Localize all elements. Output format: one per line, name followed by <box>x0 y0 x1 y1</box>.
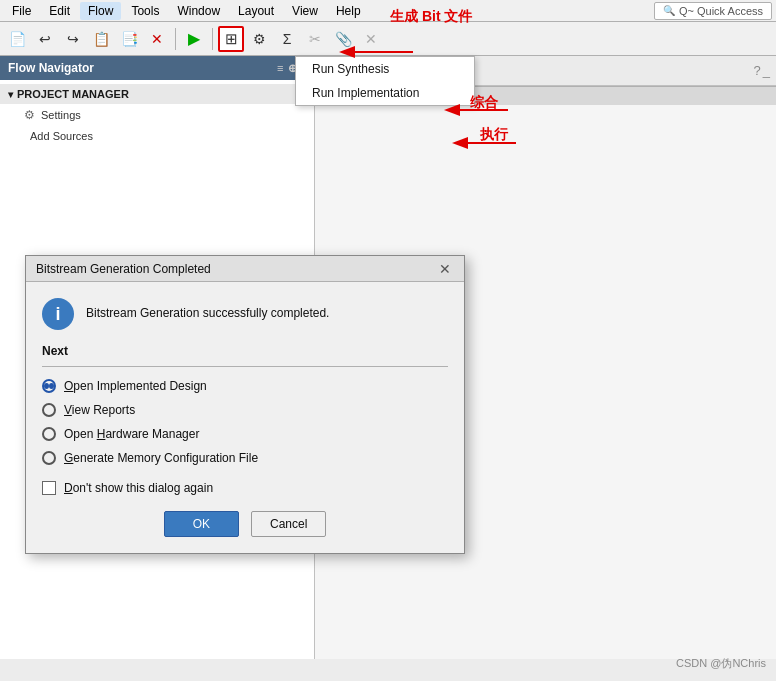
settings-button[interactable]: ⚙ <box>246 26 272 52</box>
radio-circle-2 <box>42 427 56 441</box>
dialog-close-button[interactable]: ✕ <box>436 260 454 278</box>
delete-button[interactable]: ✕ <box>144 26 170 52</box>
new-button[interactable]: 📄 <box>4 26 30 52</box>
dont-show-label: Don't show this dialog again <box>64 481 213 495</box>
quick-access-bar[interactable]: 🔍 Q~ Quick Access <box>654 2 772 20</box>
bitgen-button[interactable]: ⊞ <box>218 26 244 52</box>
paste-button[interactable]: 📑 <box>116 26 142 52</box>
radio-label-0: Open Implemented Design <box>64 379 207 393</box>
nav-control-1[interactable]: ≡ <box>277 62 283 75</box>
flow-dropdown-menu: Run Synthesis Run Implementation <box>295 56 475 106</box>
dont-show-row: Don't show this dialog again <box>42 481 448 495</box>
attach-button[interactable]: 📎 <box>330 26 356 52</box>
toolbar-sep1 <box>175 28 176 50</box>
panel-ctrl-1[interactable]: ? <box>754 63 761 78</box>
cancel-button[interactable]: Cancel <box>251 511 326 537</box>
flow-navigator-header: Flow Navigator ≡ ⊕ ↓ <box>0 56 314 80</box>
toolbar: 📄 ↩ ↪ 📋 📑 ✕ ▶ ⊞ ⚙ Σ ✂ 📎 ✕ <box>0 22 776 56</box>
app-window: File Edit Flow Tools Window Layout View … <box>0 0 776 681</box>
project-manager-section[interactable]: ▾ PROJECT MANAGER <box>0 84 314 104</box>
dialog-message: Bitstream Generation successfully comple… <box>86 298 329 322</box>
dialog-buttons: OK Cancel <box>42 511 448 537</box>
undo-button[interactable]: ↩ <box>32 26 58 52</box>
menu-bar: File Edit Flow Tools Window Layout View … <box>0 0 776 22</box>
copy-button[interactable]: 📋 <box>88 26 114 52</box>
radio-label-1: View Reports <box>64 403 135 417</box>
redo-button[interactable]: ↪ <box>60 26 86 52</box>
flow-navigator-title: Flow Navigator <box>8 61 94 75</box>
dont-show-checkbox[interactable] <box>42 481 56 495</box>
radio-label-3: Generate Memory Configuration File <box>64 451 258 465</box>
sum-button[interactable]: Σ <box>274 26 300 52</box>
run-implementation-label: Run Implementation <box>312 86 419 100</box>
dialog-next-label: Next <box>42 344 448 358</box>
search-icon: 🔍 <box>663 5 675 16</box>
bitstream-dialog: Bitstream Generation Completed ✕ i Bitst… <box>25 255 465 554</box>
dialog-divider <box>42 366 448 367</box>
radio-view-reports[interactable]: View Reports <box>42 403 448 417</box>
radio-circle-0 <box>42 379 56 393</box>
dialog-radio-group: Open Implemented Design View Reports Ope… <box>42 379 448 465</box>
radio-open-implemented[interactable]: Open Implemented Design <box>42 379 448 393</box>
settings-gear-icon: ⚙ <box>24 108 35 122</box>
cut-button[interactable]: ✂ <box>302 26 328 52</box>
menu-window[interactable]: Window <box>169 2 228 20</box>
radio-generate-memory[interactable]: Generate Memory Configuration File <box>42 451 448 465</box>
menu-view[interactable]: View <box>284 2 326 20</box>
info-icon: i <box>42 298 74 330</box>
menu-flow[interactable]: Flow <box>80 2 121 20</box>
project-manager-label: PROJECT MANAGER <box>17 88 129 100</box>
menu-help[interactable]: Help <box>328 2 369 20</box>
menu-edit[interactable]: Edit <box>41 2 78 20</box>
close2-button[interactable]: ✕ <box>358 26 384 52</box>
dialog-titlebar: Bitstream Generation Completed ✕ <box>26 256 464 282</box>
menu-layout[interactable]: Layout <box>230 2 282 20</box>
settings-nav-item[interactable]: ⚙ Settings <box>0 104 314 126</box>
panel-right-controls: ? _ <box>754 63 770 78</box>
radio-circle-1 <box>42 403 56 417</box>
dialog-body: i Bitstream Generation successfully comp… <box>26 282 464 553</box>
run-synthesis-item[interactable]: Run Synthesis <box>296 57 474 81</box>
add-sources-label: Add Sources <box>30 130 93 142</box>
radio-circle-3 <box>42 451 56 465</box>
run-implementation-item[interactable]: Run Implementation <box>296 81 474 105</box>
add-sources-nav-item[interactable]: Add Sources <box>0 126 314 146</box>
dialog-info-row: i Bitstream Generation successfully comp… <box>42 298 448 330</box>
flow-nav-content: ▾ PROJECT MANAGER ⚙ Settings Add Sources <box>0 80 314 150</box>
run-synthesis-label: Run Synthesis <box>312 62 389 76</box>
menu-file[interactable]: File <box>4 2 39 20</box>
section-arrow: ▾ <box>8 89 13 100</box>
quick-access-label: Q~ Quick Access <box>679 5 763 17</box>
radio-label-2: Open Hardware Manager <box>64 427 199 441</box>
menu-tools[interactable]: Tools <box>123 2 167 20</box>
run-button[interactable]: ▶ <box>181 26 207 52</box>
toolbar-sep2 <box>212 28 213 50</box>
radio-open-hardware[interactable]: Open Hardware Manager <box>42 427 448 441</box>
panel-ctrl-2[interactable]: _ <box>763 63 770 78</box>
dialog-overlay: Bitstream Generation Completed ✕ i Bitst… <box>25 255 465 554</box>
settings-label: Settings <box>41 109 81 121</box>
ok-button[interactable]: OK <box>164 511 239 537</box>
dialog-title: Bitstream Generation Completed <box>36 262 211 276</box>
right-panel-content <box>315 105 776 121</box>
